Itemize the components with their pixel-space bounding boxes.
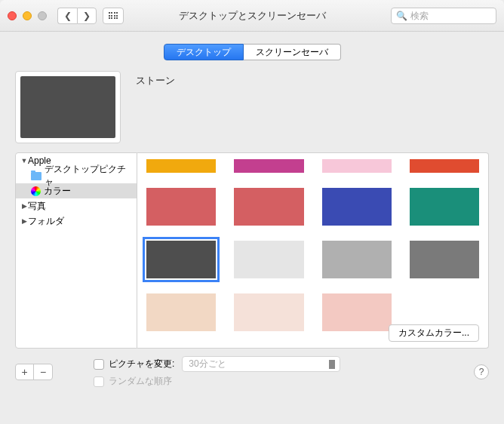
zoom-icon bbox=[38, 11, 47, 20]
sidebar-label: フォルダ bbox=[28, 215, 64, 228]
traffic-lights bbox=[8, 11, 47, 20]
forward-button[interactable]: ❯ bbox=[77, 8, 97, 24]
checkbox-label: ピクチャを変更: bbox=[109, 358, 174, 370]
color-swatch[interactable] bbox=[322, 293, 392, 331]
color-swatch[interactable] bbox=[410, 188, 479, 226]
search-icon: 🔍 bbox=[396, 11, 407, 21]
search-field[interactable]: 🔍 bbox=[391, 8, 496, 24]
color-swatch[interactable] bbox=[234, 159, 303, 173]
nav-buttons: ❮ ❯ bbox=[57, 8, 97, 24]
sidebar-item-desktop-pictures[interactable]: デスクトップピクチャ bbox=[16, 168, 137, 183]
color-swatch[interactable] bbox=[322, 188, 392, 226]
color-wheel-icon bbox=[31, 186, 41, 196]
remove-button[interactable]: − bbox=[34, 364, 52, 379]
swatch-panel: カスタムカラー... bbox=[137, 152, 489, 349]
back-button[interactable]: ❮ bbox=[57, 8, 77, 24]
source-sidebar: ▼ Apple デスクトップピクチャ カラー ▶ 写真 ▶ フォルダ bbox=[15, 152, 137, 349]
preview-label: ストーン bbox=[136, 74, 175, 88]
interval-select: 30分ごと ▲▼ bbox=[182, 356, 340, 372]
checkbox-label: ランダムな順序 bbox=[109, 375, 172, 388]
swatch-grid bbox=[146, 159, 479, 331]
titlebar: ❮ ❯ デスクトップとスクリーンセーバ 🔍 bbox=[0, 0, 504, 32]
show-all-button[interactable] bbox=[103, 8, 124, 24]
color-swatch[interactable] bbox=[410, 241, 479, 278]
close-icon[interactable] bbox=[8, 11, 17, 20]
folder-icon bbox=[31, 172, 41, 180]
disclosure-triangle-icon[interactable]: ▶ bbox=[20, 202, 28, 210]
help-button[interactable]: ? bbox=[474, 364, 489, 379]
custom-color-button[interactable]: カスタムカラー... bbox=[389, 324, 479, 342]
sidebar-item-folders[interactable]: ▶ フォルダ bbox=[16, 214, 137, 229]
color-swatch[interactable] bbox=[234, 188, 303, 226]
color-swatch[interactable] bbox=[322, 241, 392, 278]
sidebar-item-photos[interactable]: ▶ 写真 bbox=[16, 198, 137, 214]
add-remove-buttons: + − bbox=[15, 364, 53, 380]
grid-icon bbox=[109, 12, 118, 19]
color-swatch[interactable] bbox=[146, 159, 216, 173]
sidebar-label: カラー bbox=[44, 185, 71, 198]
search-input[interactable] bbox=[410, 11, 491, 21]
tab-desktop[interactable]: デスクトップ bbox=[164, 44, 244, 60]
change-picture-option[interactable]: ピクチャを変更: bbox=[94, 358, 174, 370]
color-swatch[interactable] bbox=[234, 293, 303, 331]
checkbox[interactable] bbox=[94, 359, 104, 370]
add-button[interactable]: + bbox=[16, 364, 34, 379]
tab-screensaver[interactable]: スクリーンセーバ bbox=[244, 44, 341, 60]
desktop-preview bbox=[15, 71, 121, 143]
random-order-option: ランダムな順序 bbox=[94, 375, 340, 388]
minimize-icon[interactable] bbox=[23, 11, 32, 20]
color-swatch[interactable] bbox=[410, 159, 479, 173]
color-swatch[interactable] bbox=[146, 293, 216, 331]
window-title: デスクトップとスクリーンセーバ bbox=[179, 9, 326, 23]
tab-bar: デスクトップ スクリーンセーバ bbox=[15, 44, 489, 60]
select-value: 30分ごと bbox=[189, 358, 226, 370]
color-swatch[interactable] bbox=[146, 241, 216, 278]
sidebar-label: 写真 bbox=[28, 200, 46, 213]
color-swatch[interactable] bbox=[146, 188, 216, 226]
disclosure-triangle-icon[interactable]: ▶ bbox=[20, 217, 28, 225]
preview-thumbnail bbox=[20, 76, 115, 138]
checkbox bbox=[94, 376, 104, 387]
color-swatch[interactable] bbox=[322, 159, 392, 173]
select-arrows-icon: ▲▼ bbox=[329, 360, 335, 369]
disclosure-triangle-icon[interactable]: ▼ bbox=[20, 157, 28, 164]
color-swatch[interactable] bbox=[234, 241, 303, 278]
